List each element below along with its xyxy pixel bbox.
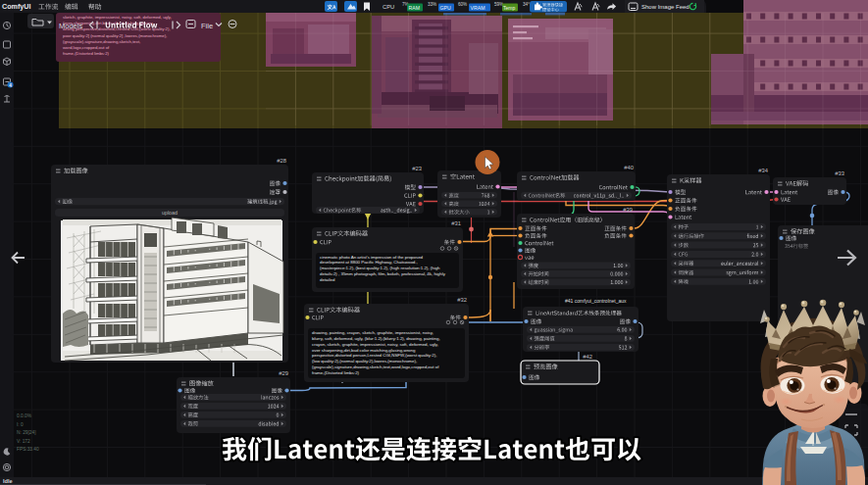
svg-text:59%: 59% — [494, 2, 503, 7]
svg-text:(masterpiece:1.2), (best quali: (masterpiece:1.2), (best quality:1.2), (… — [320, 266, 440, 270]
svg-text:Models: Models — [59, 22, 82, 30]
svg-text:CPU: CPU — [383, 4, 394, 10]
svg-text:FPS:33.40: FPS:33.40 — [17, 447, 39, 452]
svg-text:Temp: Temp — [503, 5, 515, 11]
svg-text:#32: #32 — [457, 297, 467, 303]
svg-text:(grayscale),signature,drawing,: (grayscale),signature,drawing,sketch,tex… — [63, 39, 140, 44]
svg-text:34°: 34° — [523, 2, 530, 7]
svg-text:V: 172: V: 172 — [17, 439, 30, 444]
svg-text:#33: #33 — [835, 170, 844, 176]
svg-text:#34: #34 — [758, 168, 768, 173]
svg-text:(low quality:2),(normal qualit: (low quality:2),(normal quality:2),lowre… — [312, 359, 417, 364]
svg-text:word,logo,cropped,out of: word,logo,cropped,out of — [63, 45, 110, 50]
svg-text:#41 comfyui_controlnet_aux: #41 comfyui_controlnet_aux — [565, 298, 627, 304]
svg-text:upload: upload — [162, 210, 178, 216]
svg-text:detailed: detailed — [320, 277, 335, 282]
svg-text:blurry, soft, deformed, ugly,: blurry, soft, deformed, ugly, (blur:1.2)… — [312, 336, 440, 341]
svg-text:33%: 33% — [428, 2, 436, 7]
svg-text:I: 0: I: 0 — [17, 422, 24, 427]
svg-text:VRAM: VRAM — [471, 5, 485, 11]
svg-text:#42: #42 — [583, 354, 592, 360]
svg-text:frame,(Distorted limbs:2): frame,(Distorted limbs:2) — [312, 370, 360, 375]
svg-text:frame,(Distorted limbs:2): frame,(Distorted limbs:2) — [63, 51, 110, 56]
svg-text:Show Image Feed: Show Image Feed — [641, 4, 689, 10]
svg-text:Idle: Idle — [3, 478, 13, 484]
svg-text:N: 29[24]: N: 29[24] — [17, 430, 35, 435]
svg-text:#28: #28 — [277, 158, 286, 164]
svg-text:60%: 60% — [458, 2, 467, 7]
svg-text:details:2) , 35mm photograph,: details:2) , 35mm photograph, film, boke… — [320, 271, 446, 276]
svg-text:crayon, sketch, graphite, impr: crayon, sketch, graphite, impressionist,… — [312, 342, 438, 347]
svg-text:over sharpening,dirt,bad color: over sharpening,dirt,bad color matching,… — [312, 348, 416, 353]
svg-text:#39: #39 — [623, 207, 633, 213]
svg-text:#29: #29 — [279, 370, 288, 376]
svg-text:development at 8800 Pacific Hi: development at 8800 Pacific Highway, Cha… — [320, 260, 418, 265]
svg-text:(grayscale),signature,drawing,: (grayscale),signature,drawing,sketch,tex… — [312, 364, 439, 369]
svg-text:perspective,distorted person,l: perspective,distorted person,l-rested CG… — [312, 353, 436, 358]
svg-text:sketch, graphite, impressionis: sketch, graphite, impressionist, noisy, … — [63, 15, 172, 20]
svg-text:0.0.0%: 0.0.0% — [17, 413, 32, 418]
svg-text:drawing, painting, crayon, ske: drawing, painting, crayon, sketch, graph… — [312, 330, 434, 335]
svg-text:File: File — [201, 22, 213, 30]
svg-text:#23: #23 — [412, 166, 422, 171]
svg-text:GPU: GPU — [440, 5, 451, 11]
svg-text:poor quality:2] (normal qualit: poor quality:2] (normal quality:2] ,lowr… — [63, 33, 167, 38]
svg-text:ComfyUI: ComfyUI — [2, 2, 31, 11]
svg-text:RAM: RAM — [409, 5, 421, 11]
svg-text:#40: #40 — [624, 165, 634, 170]
svg-text:#31: #31 — [451, 220, 461, 226]
svg-text:cinematic photo An artist's im: cinematic photo An artist's impression o… — [320, 255, 424, 260]
